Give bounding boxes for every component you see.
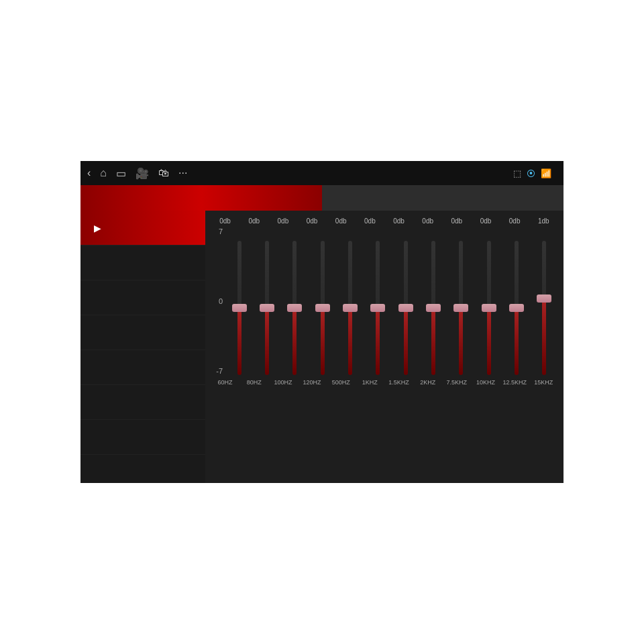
slider-track[interactable] (237, 241, 241, 375)
camera-icon[interactable]: 🎥 (136, 167, 149, 180)
slider-track[interactable] (348, 241, 352, 375)
eq-db-label: 0db (386, 217, 412, 225)
status-bar: ‹ ⌂ ▭ 🎥 🛍 ··· ⬚ ⦿ 📶 (80, 161, 564, 185)
eq-freq-label: 80HZ (241, 379, 267, 386)
tab-bar (80, 185, 564, 211)
slider-fill (348, 308, 352, 375)
sidebar: ▶ (80, 211, 205, 483)
eq-band[interactable] (393, 227, 419, 375)
sidebar-item-rock[interactable] (80, 385, 205, 420)
eq-slider-thumb[interactable] (260, 304, 274, 312)
eq-freq-label: 10KHZ (473, 379, 498, 386)
slider-track[interactable] (404, 241, 408, 375)
eq-slider-thumb[interactable] (287, 304, 302, 312)
eq-slider-thumb[interactable] (426, 304, 441, 312)
slider-fill (237, 308, 241, 375)
slider-track[interactable] (265, 241, 269, 375)
eq-freq-label: 120HZ (299, 379, 325, 386)
eq-freq-label: 7.5KHZ (444, 379, 470, 386)
eq-freq-label: 15KHZ (531, 379, 556, 386)
eq-freq-label: 2KHZ (415, 379, 441, 386)
slider-track[interactable] (487, 241, 491, 375)
slider-track[interactable] (542, 241, 546, 375)
bag-icon[interactable]: 🛍 (158, 167, 169, 179)
more-icon[interactable]: ··· (178, 167, 187, 179)
eq-slider-thumb[interactable] (343, 304, 358, 312)
eq-db-label: 0db (357, 217, 382, 225)
slider-fill (321, 308, 325, 375)
eq-slider-thumb[interactable] (315, 304, 330, 312)
eq-slider-thumb[interactable] (509, 304, 524, 312)
eq-db-label: 0db (444, 217, 470, 225)
slider-fill (431, 308, 435, 375)
nav-controls: ‹ ⌂ ▭ 🎥 🛍 ··· (87, 167, 187, 180)
eq-db-label: 0db (328, 217, 354, 225)
screen: ‹ ⌂ ▭ 🎥 🛍 ··· ⬚ ⦿ 📶 ▶ (80, 161, 564, 483)
slider-track[interactable] (459, 241, 463, 375)
eq-freq-labels: 60HZ80HZ100HZ120HZ500HZ1KHZ1.5KHZ2KHZ7.5… (211, 379, 558, 386)
slider-fill (265, 308, 269, 375)
slider-fill (459, 308, 463, 375)
tab-zone[interactable] (322, 185, 564, 211)
eq-db-label: 1db (531, 217, 556, 225)
eq-db-label: 0db (415, 217, 441, 225)
sidebar-item-news[interactable] (80, 420, 205, 455)
bluetooth-icon: ⦿ (527, 168, 535, 178)
eq-slider-thumb[interactable] (398, 304, 413, 312)
eq-band[interactable] (476, 227, 502, 375)
eq-freq-label: 60HZ (213, 379, 238, 386)
eq-content: 7 0 -7 (211, 227, 558, 375)
eq-db-label: 0db (270, 217, 296, 225)
slider-fill (404, 308, 408, 375)
eq-scale: 7 0 -7 (211, 227, 225, 375)
back-icon[interactable]: ‹ (87, 167, 91, 179)
play-icon: ▶ (94, 223, 101, 233)
eq-band[interactable] (337, 227, 363, 375)
wifi-icon: 📶 (541, 168, 551, 178)
slider-track[interactable] (515, 241, 519, 375)
eq-db-label: 0db (213, 217, 238, 225)
eq-sliders (225, 227, 558, 375)
sidebar-item-classical[interactable] (80, 350, 205, 385)
eq-freq-label: 500HZ (328, 379, 354, 386)
eq-db-labels: 0db0db0db0db0db0db0db0db0db0db0db1db (211, 217, 558, 225)
eq-db-label: 0db (299, 217, 325, 225)
slider-fill (292, 308, 297, 375)
slider-track[interactable] (431, 241, 435, 375)
slider-track[interactable] (376, 241, 380, 375)
sidebar-item-pop[interactable] (80, 315, 205, 350)
sidebar-item-normal[interactable] (80, 246, 205, 280)
slider-track[interactable] (292, 241, 297, 375)
eq-band[interactable] (531, 227, 557, 375)
eq-slider-thumb[interactable] (453, 304, 468, 312)
eq-band[interactable] (254, 227, 280, 375)
eq-db-label: 0db (473, 217, 498, 225)
main-content: ▶ 0db0db0 (80, 211, 564, 483)
eq-slider-thumb[interactable] (232, 304, 247, 312)
eq-db-label: 0db (502, 217, 527, 225)
sidebar-item-jazz[interactable] (80, 280, 205, 315)
eq-slider-thumb[interactable] (537, 294, 551, 303)
slider-fill (376, 308, 380, 375)
slider-fill (487, 308, 491, 375)
eq-band[interactable] (365, 227, 390, 375)
eq-freq-label: 1.5KHZ (386, 379, 412, 386)
recent-apps-icon[interactable]: ▭ (116, 167, 126, 180)
sidebar-item-user[interactable]: ▶ (80, 211, 205, 246)
eq-band[interactable] (448, 227, 474, 375)
eq-freq-label: 100HZ (270, 379, 296, 386)
eq-band[interactable] (282, 227, 307, 375)
eq-slider-thumb[interactable] (482, 304, 496, 312)
status-icons: ⬚ ⦿ 📶 (513, 168, 557, 178)
slider-fill (515, 308, 519, 375)
home-icon[interactable]: ⌂ (100, 167, 107, 179)
eq-band[interactable] (504, 227, 529, 375)
slider-track[interactable] (321, 241, 325, 375)
tab-eq[interactable] (80, 185, 322, 211)
eq-band[interactable] (227, 227, 252, 375)
eq-band[interactable] (310, 227, 335, 375)
eq-slider-thumb[interactable] (370, 304, 385, 312)
eq-band[interactable] (421, 227, 446, 375)
eq-freq-label: 12.5KHZ (502, 379, 527, 386)
slider-fill (542, 299, 546, 375)
